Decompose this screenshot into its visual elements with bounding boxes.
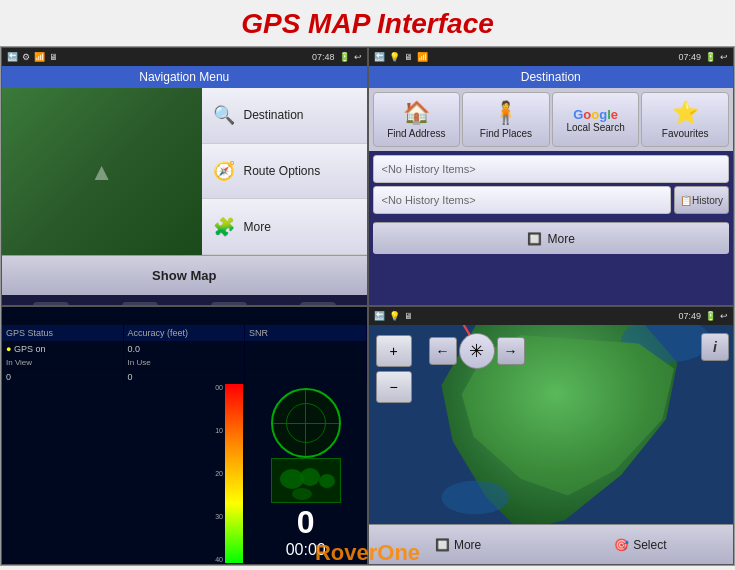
svg-point-2 [300, 468, 320, 486]
compass-right-button[interactable]: → [497, 337, 525, 365]
local-search-button[interactable]: Google Local Search [552, 92, 640, 147]
radar-display [271, 388, 341, 458]
map-view-area: + − ← ✳ → i [369, 325, 734, 524]
gps-counts-row: 0 0 [2, 370, 367, 384]
dummy-col2 [245, 370, 367, 384]
status-time-2: 07:49 [678, 52, 701, 62]
back-arrow-4[interactable]: ↩ [720, 311, 728, 321]
in-use-value: 0 [124, 370, 246, 384]
find-address-button[interactable]: 🏠 Find Address [373, 92, 461, 147]
svg-point-4 [292, 488, 312, 500]
status-bar-2: 🔙 💡 🖥 📶 07:49 🔋 ↩ [369, 48, 734, 66]
favourites-icon: ⭐ [672, 100, 699, 126]
gps-right-panel: 0 00:00 [245, 384, 367, 563]
history-section: <No History Items> <No History Items> 📋 … [369, 151, 734, 218]
left-arrow-icon: ← [436, 343, 450, 359]
history-label: History [692, 195, 723, 206]
history-side-button[interactable]: 📋 History [674, 186, 729, 214]
more-icon-1: 🧩 [210, 213, 238, 241]
info-icon-label: i [713, 339, 717, 355]
dummy-col [245, 356, 367, 369]
speed-display: 0 [297, 504, 315, 541]
favourites-button[interactable]: ⭐ Favourites [641, 92, 729, 147]
screenshots-grid: 🔙 ⚙ 📶 🖥 07:48 🔋 ↩ Navigation Menu 🔍 Dest… [0, 46, 735, 566]
gps-accuracy-col: Accuracy (feet) [124, 325, 246, 341]
screen-map-view: 🔙 💡 🖥 07:49 🔋 ↩ [368, 306, 735, 565]
svg-point-3 [319, 474, 335, 488]
zoom-minus-button[interactable]: − [376, 371, 412, 403]
compass-rose-display: ✳ [459, 333, 495, 369]
brightness-icon: 💡 [389, 52, 400, 62]
back-icon[interactable]: 🔙 [7, 52, 18, 62]
map-preview-area[interactable] [2, 88, 202, 255]
time-display: 00:00 [286, 541, 326, 559]
more-icon-4: 🔲 [435, 538, 450, 552]
back-icon-4[interactable]: 🔙 [374, 311, 385, 321]
gps-header: GPS Status Accuracy (feet) SNR [2, 325, 367, 342]
gps-snr-value [245, 342, 367, 356]
in-use-label: In Use [124, 356, 246, 369]
map-bottom-bar: 🔲 More 🎯 Select [369, 524, 734, 564]
history-input-2[interactable]: <No History Items> [373, 186, 672, 214]
gps-snr-col: SNR [245, 325, 367, 341]
satellite-bars-area: 00 10 20 30 40 [2, 384, 245, 563]
history-row-2: <No History Items> 📋 History [373, 186, 730, 214]
info-button[interactable]: i [701, 333, 729, 361]
destination-buttons: 🏠 Find Address 🧍 Find Places Google Loca… [369, 88, 734, 151]
in-view-label: In View [2, 356, 124, 369]
signal-icon: 📶 [34, 52, 45, 62]
gps-data-row: ● GPS on 0.0 [2, 342, 367, 356]
compass-left-button[interactable]: ← [429, 337, 457, 365]
more-button-2[interactable]: 🔲 More [373, 222, 730, 254]
find-places-label: Find Places [480, 128, 532, 139]
snr-label-1: 10 [215, 427, 223, 434]
svg-point-7 [441, 481, 508, 515]
brightness-icon-4: 💡 [389, 311, 400, 321]
find-places-button[interactable]: 🧍 Find Places [462, 92, 550, 147]
world-map-display [271, 458, 341, 503]
more-icon-2: 🔲 [527, 232, 542, 246]
history-input-1[interactable]: <No History Items> [373, 155, 730, 183]
history-placeholder-1: <No History Items> [382, 163, 476, 175]
gps-status-col: GPS Status [2, 325, 124, 341]
settings-icon[interactable]: ⚙ [22, 52, 30, 62]
find-address-icon: 🏠 [403, 100, 430, 126]
snr-label-2: 20 [215, 470, 223, 477]
show-map-button[interactable]: Show Map [2, 255, 367, 295]
back-arrow-2[interactable]: ↩ [720, 52, 728, 62]
status-time-1: 07:48 [312, 52, 335, 62]
more-button-4[interactable]: 🔲 More [435, 538, 481, 552]
status-bar-3 [2, 307, 367, 325]
local-search-label: Local Search [566, 122, 624, 133]
right-arrow-icon: → [504, 343, 518, 359]
battery-icon-4: 🔋 [705, 311, 716, 321]
snr-color-bar-container [225, 384, 245, 563]
more-label-2: More [548, 232, 575, 246]
snr-label-4: 40 [215, 556, 223, 563]
zoom-plus-button[interactable]: + [376, 335, 412, 367]
gps-on-indicator: ● GPS on [2, 342, 124, 356]
gps-on-label: GPS on [14, 344, 46, 354]
menu-items-list: 🔍 Destination 🧭 Route Options 🧩 More [202, 88, 367, 255]
history-icon: 📋 [680, 195, 692, 206]
screen-gps-status: GPS Status Accuracy (feet) SNR ● GPS on … [1, 306, 368, 565]
back-icon-2[interactable]: 🔙 [374, 52, 385, 62]
signal-icon-2: 📶 [417, 52, 428, 62]
select-button[interactable]: 🎯 Select [614, 538, 666, 552]
favourites-label: Favourites [662, 128, 709, 139]
more-label-1: More [244, 220, 271, 234]
page-title: GPS MAP Interface [0, 0, 735, 46]
menu-item-route-options[interactable]: 🧭 Route Options [202, 144, 367, 200]
destination-title: Destination [369, 66, 734, 88]
display-icon-4: 🖥 [404, 311, 413, 321]
route-icon: 🧭 [210, 157, 238, 185]
menu-item-destination[interactable]: 🔍 Destination [202, 88, 367, 144]
menu-item-more[interactable]: 🧩 More [202, 199, 367, 255]
select-label: Select [633, 538, 666, 552]
battery-icon-2: 🔋 [705, 52, 716, 62]
select-icon: 🎯 [614, 538, 629, 552]
back-arrow-1[interactable]: ↩ [354, 52, 362, 62]
status-bar-4: 🔙 💡 🖥 07:49 🔋 ↩ [369, 307, 734, 325]
battery-icon-1: 🔋 [339, 52, 350, 62]
plus-icon: + [389, 343, 397, 359]
